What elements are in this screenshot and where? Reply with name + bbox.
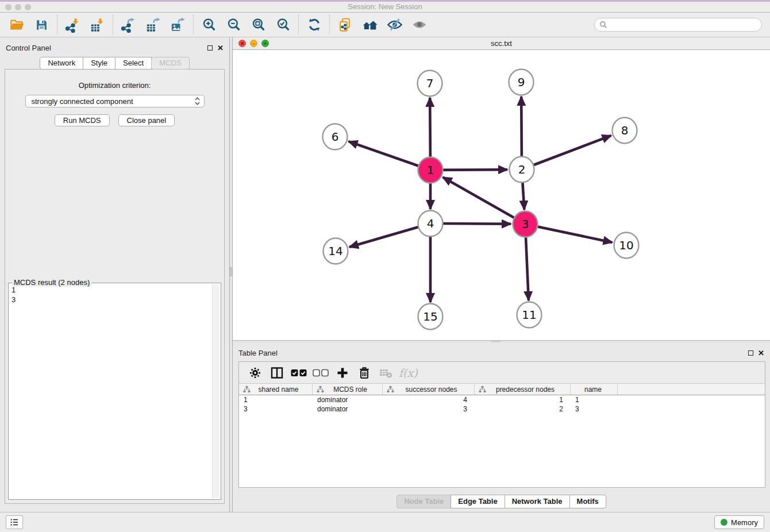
- hierarchy-icon: [387, 386, 394, 392]
- zoom-out-button[interactable]: [221, 14, 246, 36]
- graph-node-15[interactable]: 15: [418, 304, 443, 330]
- table-cell: 2: [475, 404, 571, 414]
- network-minimize-icon[interactable]: –: [250, 40, 257, 47]
- network-graph: 7968124314101511: [233, 50, 769, 340]
- close-panel-icon[interactable]: ✕: [217, 45, 224, 51]
- float-panel-icon[interactable]: [748, 350, 753, 356]
- graph-node-11[interactable]: 11: [517, 302, 542, 328]
- import-table-icon: [90, 17, 105, 33]
- open-session-button[interactable]: [5, 14, 29, 36]
- table-split-panel-button[interactable]: [267, 364, 287, 382]
- criterion-dropdown[interactable]: strongly connected component: [25, 95, 205, 107]
- node-label: 14: [328, 244, 342, 258]
- close-panel-button[interactable]: Close panel: [118, 114, 175, 126]
- column-header-predecessor-nodes[interactable]: predecessor nodes: [475, 384, 571, 395]
- graph-edge-2-8[interactable]: [522, 136, 611, 169]
- dropdown-stepper-icon: [194, 97, 201, 106]
- run-mcds-button[interactable]: Run MCDS: [55, 114, 110, 126]
- network-close-icon[interactable]: ✕: [238, 40, 246, 47]
- tab-mcds[interactable]: MCDS: [151, 57, 189, 70]
- graph-node-3[interactable]: 3: [513, 211, 538, 237]
- refresh-view-button[interactable]: [302, 14, 326, 36]
- export-network-button[interactable]: [116, 14, 141, 36]
- main-toolbar: [0, 13, 770, 37]
- network-canvas[interactable]: 7968124314101511: [233, 50, 770, 340]
- tab-style[interactable]: Style: [83, 57, 116, 70]
- table-cell: 4: [383, 395, 475, 404]
- maximize-window-icon[interactable]: [25, 4, 31, 10]
- hide-graphics-details-button[interactable]: [382, 14, 407, 36]
- table-row[interactable]: 1dominator411: [239, 395, 765, 404]
- zoom-in-icon: [202, 17, 217, 32]
- tab-network[interactable]: Network: [40, 57, 83, 70]
- save-session-button[interactable]: [29, 14, 54, 36]
- node-label: 7: [426, 76, 434, 90]
- search-box[interactable]: [594, 18, 762, 32]
- export-image-button[interactable]: [165, 14, 190, 36]
- table-function-builder-button[interactable]: f(x): [398, 364, 419, 382]
- duplicate-network-button[interactable]: [333, 14, 357, 36]
- graph-node-6[interactable]: 6: [323, 124, 348, 150]
- column-header-shared-name[interactable]: shared name: [239, 384, 313, 395]
- column-header-successor-nodes[interactable]: successor nodes: [383, 384, 475, 395]
- close-panel-icon[interactable]: ✕: [758, 350, 764, 356]
- graph-node-2[interactable]: 2: [510, 157, 534, 183]
- graph-node-10[interactable]: 10: [614, 233, 639, 259]
- export-network-icon: [121, 17, 136, 33]
- search-input[interactable]: [610, 21, 757, 29]
- minimize-window-icon[interactable]: [15, 4, 21, 10]
- network-title: scc.txt: [233, 37, 770, 49]
- table-cell: dominator: [313, 404, 383, 414]
- close-window-icon[interactable]: [5, 4, 11, 10]
- list-icon: [9, 517, 20, 527]
- import-table-button[interactable]: [85, 14, 110, 36]
- result-scrollbar[interactable]: [212, 284, 220, 498]
- nested-network-button[interactable]: [357, 14, 382, 36]
- column-header-mcds-role[interactable]: MCDS role: [313, 384, 383, 395]
- table-add-column-button[interactable]: [332, 364, 353, 382]
- node-label: 15: [423, 310, 437, 323]
- graph-edge-3-10[interactable]: [525, 224, 613, 242]
- fx-icon: f(x): [399, 367, 418, 379]
- table-panel: Table Panel ✕: [233, 342, 770, 512]
- mcds-result-box: MCDS result (2 nodes) 1 3: [8, 283, 221, 500]
- table-header: shared name MCDS role successor nodes: [239, 384, 765, 395]
- task-history-button[interactable]: [6, 515, 23, 529]
- unchecked-boxes-icon: [313, 369, 329, 377]
- export-table-button[interactable]: [141, 14, 165, 36]
- memory-button[interactable]: Memory: [714, 515, 764, 529]
- import-network-button[interactable]: [60, 14, 85, 36]
- graph-node-1[interactable]: 1: [418, 157, 443, 183]
- table-delete-table-button[interactable]: [376, 364, 396, 382]
- zoom-fit-button[interactable]: [246, 14, 271, 36]
- show-graphics-details-button[interactable]: [407, 14, 432, 36]
- table-select-all-button[interactable]: [288, 364, 309, 382]
- tab-network-table[interactable]: Network Table: [505, 495, 570, 508]
- tab-node-table[interactable]: Node Table: [396, 495, 451, 508]
- zoom-in-button[interactable]: [197, 14, 221, 36]
- tab-select[interactable]: Select: [115, 57, 152, 70]
- tab-edge-table[interactable]: Edge Table: [451, 495, 505, 508]
- column-header-name[interactable]: name: [571, 384, 618, 395]
- zoom-selected-button[interactable]: [271, 14, 295, 36]
- graph-node-4[interactable]: 4: [418, 211, 443, 237]
- table-settings-button[interactable]: [245, 364, 265, 382]
- window-controls[interactable]: [5, 4, 31, 10]
- float-panel-icon[interactable]: [207, 45, 213, 51]
- mcds-tab-content: Optimization criterion: strongly connect…: [5, 69, 225, 504]
- graph-node-9[interactable]: 9: [509, 70, 534, 95]
- node-label: 10: [619, 238, 633, 252]
- network-maximize-icon[interactable]: +: [261, 40, 269, 47]
- graph-node-7[interactable]: 7: [418, 71, 442, 97]
- table-delete-column-button[interactable]: [354, 364, 375, 382]
- mcds-result-text[interactable]: 1 3: [11, 285, 210, 498]
- graph-node-8[interactable]: 8: [613, 118, 637, 144]
- tab-motifs[interactable]: Motifs: [569, 495, 606, 508]
- graph-edge-3-1[interactable]: [443, 177, 525, 224]
- table-deselect-all-button[interactable]: [310, 364, 331, 382]
- node-label: 8: [621, 124, 629, 137]
- table-cell: dominator: [313, 395, 383, 404]
- table-row[interactable]: 3dominator323: [239, 404, 765, 414]
- splitter-grip[interactable]: [230, 267, 232, 276]
- graph-node-14[interactable]: 14: [324, 238, 348, 264]
